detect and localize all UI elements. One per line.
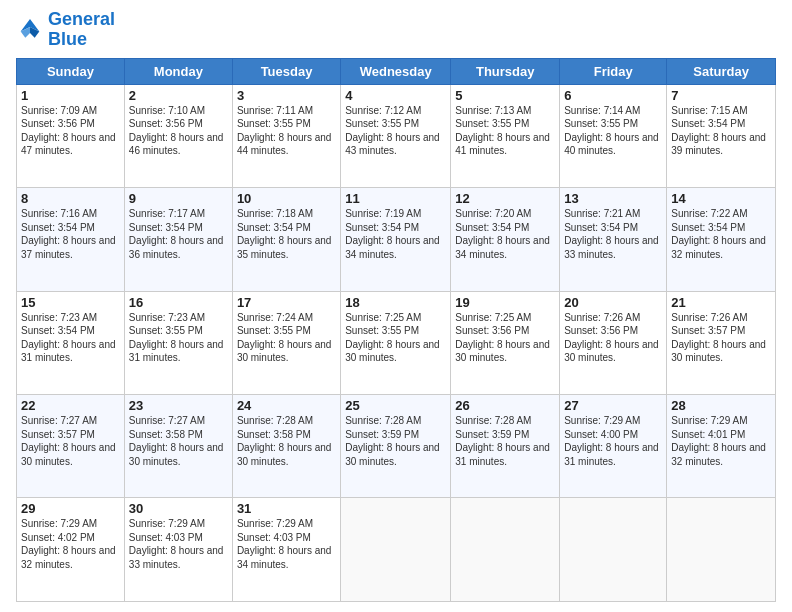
logo: General Blue [16,10,115,50]
day-number: 24 [237,398,336,413]
calendar-table: SundayMondayTuesdayWednesdayThursdayFrid… [16,58,776,602]
calendar-cell: 3Sunrise: 7:11 AMSunset: 3:55 PMDaylight… [232,84,340,187]
day-number: 15 [21,295,120,310]
calendar-cell: 28Sunrise: 7:29 AMSunset: 4:01 PMDayligh… [667,395,776,498]
day-info: Sunrise: 7:27 AMSunset: 3:58 PMDaylight:… [129,414,228,468]
logo-icon [16,16,44,44]
calendar-cell: 14Sunrise: 7:22 AMSunset: 3:54 PMDayligh… [667,188,776,291]
calendar-cell: 30Sunrise: 7:29 AMSunset: 4:03 PMDayligh… [124,498,232,602]
day-number: 6 [564,88,662,103]
day-info: Sunrise: 7:29 AMSunset: 4:00 PMDaylight:… [564,414,662,468]
calendar-cell: 25Sunrise: 7:28 AMSunset: 3:59 PMDayligh… [341,395,451,498]
calendar-cell: 16Sunrise: 7:23 AMSunset: 3:55 PMDayligh… [124,291,232,394]
calendar-cell: 20Sunrise: 7:26 AMSunset: 3:56 PMDayligh… [560,291,667,394]
weekday-header-friday: Friday [560,58,667,84]
day-number: 25 [345,398,446,413]
day-info: Sunrise: 7:28 AMSunset: 3:59 PMDaylight:… [455,414,555,468]
calendar-cell [667,498,776,602]
weekday-header-wednesday: Wednesday [341,58,451,84]
logo-general: General [48,9,115,29]
day-number: 17 [237,295,336,310]
calendar-cell [341,498,451,602]
day-info: Sunrise: 7:20 AMSunset: 3:54 PMDaylight:… [455,207,555,261]
calendar-cell: 17Sunrise: 7:24 AMSunset: 3:55 PMDayligh… [232,291,340,394]
day-number: 29 [21,501,120,516]
day-info: Sunrise: 7:22 AMSunset: 3:54 PMDaylight:… [671,207,771,261]
day-number: 21 [671,295,771,310]
calendar-cell [560,498,667,602]
day-info: Sunrise: 7:17 AMSunset: 3:54 PMDaylight:… [129,207,228,261]
calendar-cell: 9Sunrise: 7:17 AMSunset: 3:54 PMDaylight… [124,188,232,291]
calendar-cell: 13Sunrise: 7:21 AMSunset: 3:54 PMDayligh… [560,188,667,291]
day-number: 18 [345,295,446,310]
header: General Blue [16,10,776,50]
calendar-cell: 22Sunrise: 7:27 AMSunset: 3:57 PMDayligh… [17,395,125,498]
day-info: Sunrise: 7:15 AMSunset: 3:54 PMDaylight:… [671,104,771,158]
calendar-cell: 2Sunrise: 7:10 AMSunset: 3:56 PMDaylight… [124,84,232,187]
calendar-cell: 26Sunrise: 7:28 AMSunset: 3:59 PMDayligh… [451,395,560,498]
day-number: 4 [345,88,446,103]
calendar-cell: 23Sunrise: 7:27 AMSunset: 3:58 PMDayligh… [124,395,232,498]
logo-text: General Blue [48,10,115,50]
calendar-cell: 21Sunrise: 7:26 AMSunset: 3:57 PMDayligh… [667,291,776,394]
calendar-cell: 27Sunrise: 7:29 AMSunset: 4:00 PMDayligh… [560,395,667,498]
day-info: Sunrise: 7:24 AMSunset: 3:55 PMDaylight:… [237,311,336,365]
calendar-cell: 18Sunrise: 7:25 AMSunset: 3:55 PMDayligh… [341,291,451,394]
day-info: Sunrise: 7:18 AMSunset: 3:54 PMDaylight:… [237,207,336,261]
logo-blue: Blue [48,29,87,49]
day-info: Sunrise: 7:29 AMSunset: 4:02 PMDaylight:… [21,517,120,571]
day-number: 23 [129,398,228,413]
calendar-cell: 10Sunrise: 7:18 AMSunset: 3:54 PMDayligh… [232,188,340,291]
day-info: Sunrise: 7:26 AMSunset: 3:57 PMDaylight:… [671,311,771,365]
day-number: 11 [345,191,446,206]
calendar-cell: 7Sunrise: 7:15 AMSunset: 3:54 PMDaylight… [667,84,776,187]
day-number: 28 [671,398,771,413]
day-number: 7 [671,88,771,103]
calendar-week-3: 15Sunrise: 7:23 AMSunset: 3:54 PMDayligh… [17,291,776,394]
calendar-cell: 1Sunrise: 7:09 AMSunset: 3:56 PMDaylight… [17,84,125,187]
calendar-cell: 5Sunrise: 7:13 AMSunset: 3:55 PMDaylight… [451,84,560,187]
day-info: Sunrise: 7:14 AMSunset: 3:55 PMDaylight:… [564,104,662,158]
day-number: 19 [455,295,555,310]
calendar-cell: 12Sunrise: 7:20 AMSunset: 3:54 PMDayligh… [451,188,560,291]
day-info: Sunrise: 7:23 AMSunset: 3:54 PMDaylight:… [21,311,120,365]
day-info: Sunrise: 7:11 AMSunset: 3:55 PMDaylight:… [237,104,336,158]
day-number: 9 [129,191,228,206]
day-number: 20 [564,295,662,310]
weekday-header-sunday: Sunday [17,58,125,84]
day-number: 12 [455,191,555,206]
calendar-cell: 19Sunrise: 7:25 AMSunset: 3:56 PMDayligh… [451,291,560,394]
day-info: Sunrise: 7:25 AMSunset: 3:56 PMDaylight:… [455,311,555,365]
calendar-cell: 24Sunrise: 7:28 AMSunset: 3:58 PMDayligh… [232,395,340,498]
day-info: Sunrise: 7:29 AMSunset: 4:03 PMDaylight:… [129,517,228,571]
day-number: 26 [455,398,555,413]
weekday-header-thursday: Thursday [451,58,560,84]
day-number: 13 [564,191,662,206]
day-number: 10 [237,191,336,206]
day-info: Sunrise: 7:21 AMSunset: 3:54 PMDaylight:… [564,207,662,261]
day-info: Sunrise: 7:28 AMSunset: 3:59 PMDaylight:… [345,414,446,468]
weekday-header-row: SundayMondayTuesdayWednesdayThursdayFrid… [17,58,776,84]
calendar-week-2: 8Sunrise: 7:16 AMSunset: 3:54 PMDaylight… [17,188,776,291]
day-number: 8 [21,191,120,206]
day-number: 3 [237,88,336,103]
day-info: Sunrise: 7:09 AMSunset: 3:56 PMDaylight:… [21,104,120,158]
weekday-header-tuesday: Tuesday [232,58,340,84]
page: General Blue SundayMondayTuesdayWednesda… [0,0,792,612]
calendar-week-1: 1Sunrise: 7:09 AMSunset: 3:56 PMDaylight… [17,84,776,187]
calendar-cell: 6Sunrise: 7:14 AMSunset: 3:55 PMDaylight… [560,84,667,187]
day-info: Sunrise: 7:10 AMSunset: 3:56 PMDaylight:… [129,104,228,158]
day-number: 16 [129,295,228,310]
day-info: Sunrise: 7:16 AMSunset: 3:54 PMDaylight:… [21,207,120,261]
day-number: 22 [21,398,120,413]
weekday-header-saturday: Saturday [667,58,776,84]
calendar-cell: 15Sunrise: 7:23 AMSunset: 3:54 PMDayligh… [17,291,125,394]
day-info: Sunrise: 7:19 AMSunset: 3:54 PMDaylight:… [345,207,446,261]
calendar-cell: 29Sunrise: 7:29 AMSunset: 4:02 PMDayligh… [17,498,125,602]
day-number: 1 [21,88,120,103]
day-number: 2 [129,88,228,103]
day-number: 5 [455,88,555,103]
day-info: Sunrise: 7:28 AMSunset: 3:58 PMDaylight:… [237,414,336,468]
weekday-header-monday: Monday [124,58,232,84]
day-info: Sunrise: 7:27 AMSunset: 3:57 PMDaylight:… [21,414,120,468]
